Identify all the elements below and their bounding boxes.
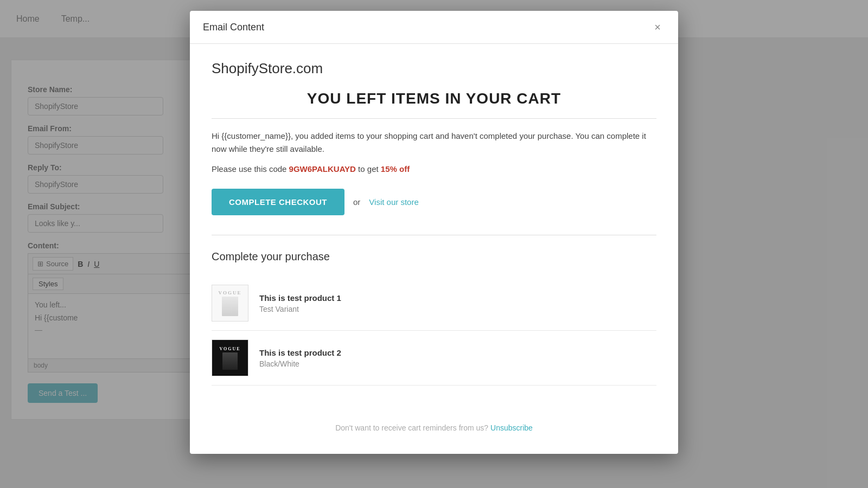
coupon-prefix: Please use this code bbox=[212, 164, 289, 174]
coupon-suffix: to get bbox=[356, 164, 381, 174]
product-info-1: This is test product 1 Test Variant bbox=[259, 293, 656, 313]
product-name-2: This is test product 2 bbox=[259, 348, 656, 357]
vogue-label-2: VOGUE bbox=[219, 346, 240, 351]
complete-purchase-title: Complete your purchase bbox=[212, 251, 656, 263]
email-content-modal: Email Content × ShopifyStore.com YOU LEF… bbox=[190, 11, 678, 454]
product-list: VOGUE This is test product 1 Test Varian… bbox=[212, 276, 656, 386]
product-item-2: VOGUE This is test product 2 Black/White bbox=[212, 331, 656, 386]
product-image-2: VOGUE bbox=[212, 339, 248, 376]
product-variant-1: Test Variant bbox=[259, 305, 656, 313]
email-coupon-line: Please use this code 9GW6PALKUAYD to get… bbox=[212, 164, 656, 174]
modal-body: ShopifyStore.com YOU LEFT ITEMS IN YOUR … bbox=[190, 44, 678, 454]
email-store-name: ShopifyStore.com bbox=[212, 60, 656, 77]
modal-header: Email Content × bbox=[190, 11, 678, 44]
vogue-label-1: VOGUE bbox=[219, 290, 242, 296]
product-name-1: This is test product 1 bbox=[259, 293, 656, 303]
modal-title: Email Content bbox=[203, 22, 264, 33]
product-item-1: VOGUE This is test product 1 Test Varian… bbox=[212, 276, 656, 331]
email-headline: YOU LEFT ITEMS IN YOUR CART bbox=[212, 90, 656, 119]
email-actions: COMPLETE CHECKOUT or Visit our store bbox=[212, 189, 656, 215]
modal-overlay[interactable]: Email Content × ShopifyStore.com YOU LEF… bbox=[0, 0, 868, 488]
coupon-code: 9GW6PALKUAYD bbox=[289, 164, 356, 174]
email-footer: Don't want to receive cart reminders fro… bbox=[212, 407, 656, 432]
product-info-2: This is test product 2 Black/White bbox=[259, 348, 656, 368]
section-divider bbox=[212, 235, 656, 235]
modal-close-button[interactable]: × bbox=[650, 20, 665, 35]
discount-pct: 15% off bbox=[381, 164, 410, 174]
product-image-1: VOGUE bbox=[212, 285, 248, 322]
product-variant-2: Black/White bbox=[259, 359, 656, 368]
email-intro: Hi {{customer_name}}, you added items to… bbox=[212, 130, 656, 156]
complete-checkout-button[interactable]: COMPLETE CHECKOUT bbox=[212, 189, 344, 215]
visit-store-link[interactable]: Visit our store bbox=[369, 197, 418, 207]
or-text: or bbox=[353, 197, 360, 207]
unsubscribe-link[interactable]: Unsubscribe bbox=[490, 423, 533, 432]
footer-text: Don't want to receive cart reminders fro… bbox=[335, 423, 488, 432]
